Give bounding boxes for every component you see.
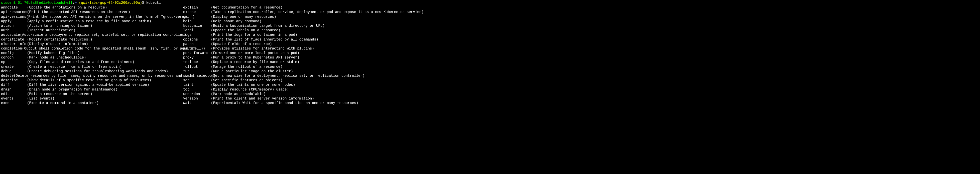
completion-command: port-forward bbox=[183, 51, 211, 55]
completion-row[interactable]: annotate(Update the annotations on a res… bbox=[1, 5, 183, 10]
completion-description: (Update the labels on a resource) bbox=[211, 28, 280, 33]
completion-row[interactable]: diff(Diff the live version against a wou… bbox=[1, 82, 183, 87]
completion-row[interactable]: uncordon(Mark node as schedulable) bbox=[183, 92, 424, 96]
completion-description: (Mark node as unschedulable) bbox=[27, 55, 86, 60]
completion-row[interactable]: proxy(Run a proxy to the Kubernetes API … bbox=[183, 55, 424, 60]
completion-command: label bbox=[183, 28, 211, 33]
completion-row[interactable]: options(Print the list of flags inherite… bbox=[183, 37, 424, 42]
prompt-tilde: ~ bbox=[75, 1, 76, 5]
completion-command: version bbox=[183, 96, 211, 101]
completion-command: events bbox=[1, 96, 27, 101]
completion-description: (Display one or many resources) bbox=[211, 14, 276, 19]
completion-command: top bbox=[183, 87, 211, 92]
completion-row[interactable]: cordon(Mark node as unschedulable) bbox=[1, 55, 183, 60]
completion-row[interactable]: completion(Output shell completion code … bbox=[1, 46, 183, 51]
completion-row[interactable]: config(Modify kubeconfig files) bbox=[1, 51, 183, 55]
completion-row[interactable]: port-forward(Forward one or more local p… bbox=[183, 51, 424, 55]
completion-description: (Display cluster information) bbox=[27, 42, 88, 46]
completion-command: cordon bbox=[1, 55, 27, 60]
completion-command: proxy bbox=[183, 55, 211, 60]
completion-description: (Inspect authorization) bbox=[27, 28, 75, 33]
completion-row[interactable]: version(Print the client and server vers… bbox=[183, 96, 424, 101]
completion-description: (Build a kustomization target from a dir… bbox=[211, 24, 325, 28]
completion-command: cluster-info bbox=[1, 42, 27, 46]
completion-row[interactable]: apply(Apply a configuration to a resourc… bbox=[1, 19, 183, 24]
completion-command: certificate bbox=[1, 37, 27, 42]
completion-row[interactable]: edit(Edit a resource on the server) bbox=[1, 92, 183, 96]
completion-command: apply bbox=[1, 19, 27, 24]
completion-row[interactable]: api-resources(Print the supported API re… bbox=[1, 10, 183, 14]
prompt-colon: : bbox=[73, 1, 75, 5]
completion-row[interactable]: cp(Copy files and directories to and fro… bbox=[1, 60, 183, 64]
completion-description: (Show details of a specific resource or … bbox=[27, 78, 151, 82]
completion-row[interactable]: debug(Create debugging sessions for trou… bbox=[1, 69, 183, 73]
completion-row[interactable]: logs(Print the logs for a container in a… bbox=[183, 33, 424, 37]
completion-row[interactable]: expose(Take a replication controller, se… bbox=[183, 10, 424, 14]
completion-row[interactable]: kustomize(Build a kustomization target f… bbox=[183, 24, 424, 28]
completion-row[interactable]: explain(Get documentation for a resource… bbox=[183, 5, 424, 10]
completion-row[interactable]: delete(Delete resources by file names, s… bbox=[1, 73, 183, 78]
completion-description: (Run a particular image on the cluster) bbox=[211, 69, 293, 73]
terminal-prompt-line[interactable]: student_01_70b8a8fed1a0@cloudshell:~ (qw… bbox=[1, 0, 979, 5]
completion-row[interactable]: plugin(Provides utilities for interactin… bbox=[183, 46, 424, 51]
completion-command: logs bbox=[183, 33, 211, 37]
completion-description: (Print the supported API versions on the… bbox=[26, 14, 195, 19]
completion-row[interactable]: label(Update the labels on a resource) bbox=[183, 28, 424, 33]
completion-command: attach bbox=[1, 24, 27, 28]
completion-row[interactable]: help(Help about any command) bbox=[183, 19, 424, 24]
completion-row[interactable]: taint(Update the taints on one or more n… bbox=[183, 82, 424, 87]
completion-row[interactable]: describe(Show details of a specific reso… bbox=[1, 78, 183, 82]
completion-command: create bbox=[1, 65, 27, 69]
completion-row[interactable]: drain(Drain node in preparation for main… bbox=[1, 87, 183, 92]
completion-row[interactable]: exec(Execute a command in a container) bbox=[1, 101, 183, 105]
prompt-project: (qwiklabs-gcp-02-92c260add90a) bbox=[79, 1, 142, 5]
completion-row[interactable]: create(Create a resource from a file or … bbox=[1, 65, 183, 69]
completion-command: wait bbox=[183, 101, 211, 105]
completion-row[interactable]: autoscale(Auto-scale a deployment, repli… bbox=[1, 33, 183, 37]
completion-row[interactable]: attach(Attach to a running container) bbox=[1, 24, 183, 28]
completion-row[interactable]: scale(Set a new size for a deployment, r… bbox=[183, 73, 424, 78]
completion-command: plugin bbox=[183, 46, 211, 51]
completion-description: (Modify kubeconfig files) bbox=[27, 51, 80, 55]
completion-description: (List events) bbox=[27, 96, 54, 101]
completion-description: (Help about any command) bbox=[211, 19, 261, 24]
completion-command: completion bbox=[1, 46, 22, 51]
completion-description: (Experimental: Wait for a specific condi… bbox=[211, 101, 358, 105]
completion-row[interactable]: replace(Replace a resource by file name … bbox=[183, 60, 424, 64]
completion-description: (Set a new size for a deployment, replic… bbox=[211, 73, 364, 78]
completion-row[interactable]: get(Display one or many resources) bbox=[183, 14, 424, 19]
completion-row[interactable]: patch(Update fields of a resource) bbox=[183, 42, 424, 46]
completion-description: (Diff the live version against a would-b… bbox=[27, 82, 149, 87]
completion-command: replace bbox=[183, 60, 211, 64]
completion-description: (Get documentation for a resource) bbox=[211, 5, 283, 10]
completion-command: config bbox=[1, 51, 27, 55]
completion-description: (Replace a resource by file name or stdi… bbox=[211, 60, 299, 64]
completion-description: (Apply a configuration to a resource by … bbox=[27, 19, 151, 24]
completion-row[interactable]: auth(Inspect authorization) bbox=[1, 28, 183, 33]
completion-description: (Print the client and server version inf… bbox=[211, 96, 314, 101]
completion-column-right: explain(Get documentation for a resource… bbox=[183, 5, 424, 105]
completion-command: exec bbox=[1, 101, 27, 105]
completion-description: (Manage the rollout of a resource) bbox=[211, 65, 283, 69]
completion-row[interactable]: api-versions(Print the supported API ver… bbox=[1, 14, 183, 19]
completion-command: options bbox=[183, 37, 211, 42]
completion-description: (Take a replication controller, service,… bbox=[211, 10, 424, 14]
completion-row[interactable]: set(Set specific features on objects) bbox=[183, 78, 424, 82]
completion-row[interactable]: certificate(Modify certificate resources… bbox=[1, 37, 183, 42]
completion-description: (Edit a resource on the server) bbox=[27, 92, 92, 96]
completion-command: get bbox=[183, 14, 211, 19]
completion-command: expose bbox=[183, 10, 211, 14]
completion-command: diff bbox=[1, 82, 27, 87]
completion-command: cp bbox=[1, 60, 27, 64]
completion-row[interactable]: run(Run a particular image on the cluste… bbox=[183, 69, 424, 73]
completion-row[interactable]: cluster-info(Display cluster information… bbox=[1, 42, 183, 46]
completion-description: (Output shell completion code for the sp… bbox=[22, 46, 205, 51]
completion-row[interactable]: wait(Experimental: Wait for a specific c… bbox=[183, 101, 424, 105]
completion-row[interactable]: rollout(Manage the rollout of a resource… bbox=[183, 65, 424, 69]
prompt-user: student_01_70b8a8fed1a0@cloudshell bbox=[1, 1, 73, 5]
completion-description: (Create debugging sessions for troublesh… bbox=[27, 69, 168, 73]
completion-description: (Print the supported API resources on th… bbox=[27, 10, 130, 14]
completion-description: (Update fields of a resource) bbox=[211, 42, 272, 46]
completion-row[interactable]: top(Display resource (CPU/memory) usage) bbox=[183, 87, 424, 92]
completion-row[interactable]: events(List events) bbox=[1, 96, 183, 101]
